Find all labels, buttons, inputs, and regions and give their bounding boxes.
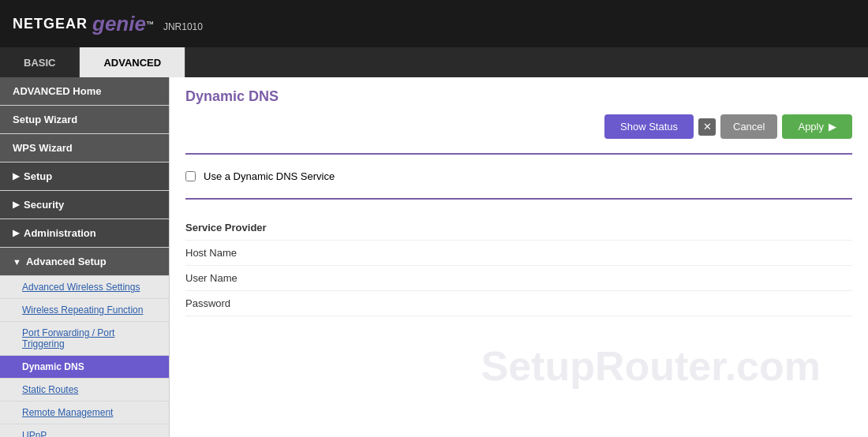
cancel-x-button[interactable]: ✕ xyxy=(698,118,716,136)
service-provider-label: Service Provider xyxy=(185,222,267,233)
use-dynamic-dns-label[interactable]: Use a Dynamic DNS Service xyxy=(204,170,335,182)
dns-service-checkbox-row: Use a Dynamic DNS Service xyxy=(185,162,852,190)
user-name-row: User Name xyxy=(185,266,852,291)
arrow-down-icon: ▼ xyxy=(13,257,21,267)
sidebar-item-setup[interactable]: ▶ Setup xyxy=(0,162,169,191)
tab-advanced[interactable]: ADVANCED xyxy=(80,47,185,77)
arrow-icon: ▶ xyxy=(13,228,19,238)
sidebar-item-setup-wizard[interactable]: Setup Wizard xyxy=(0,106,169,134)
password-label: Password xyxy=(185,297,304,309)
tab-basic[interactable]: BASIC xyxy=(0,47,80,77)
main-layout: ADVANCED Home Setup Wizard WPS Wizard ▶ … xyxy=(0,77,868,437)
form-section: Service Provider Host Name User Name Pas… xyxy=(185,207,852,324)
password-row: Password xyxy=(185,291,852,316)
main-content: Dynamic DNS Show Status ✕ Cancel Apply ▶… xyxy=(170,77,868,437)
page-title: Dynamic DNS xyxy=(185,88,852,105)
brand-tm: ™ xyxy=(146,20,154,28)
service-provider-row: Service Provider xyxy=(185,215,852,241)
sidebar-item-advanced-setup[interactable]: ▼ Advanced Setup xyxy=(0,248,169,276)
host-name-row: Host Name xyxy=(185,241,852,266)
sidebar-item-advanced-home[interactable]: ADVANCED Home xyxy=(0,77,169,106)
advanced-setup-sub: Advanced Wireless Settings Wireless Repe… xyxy=(0,276,169,437)
tab-bar: BASIC ADVANCED xyxy=(0,47,868,77)
sidebar-sub-advanced-wireless[interactable]: Advanced Wireless Settings xyxy=(0,276,169,299)
sidebar-sub-remote-management[interactable]: Remote Management xyxy=(0,402,169,424)
arrow-icon: ▶ xyxy=(13,200,19,210)
sidebar-item-wps-wizard[interactable]: WPS Wizard xyxy=(0,134,169,162)
cancel-button[interactable]: Cancel xyxy=(720,114,777,139)
toolbar: Show Status ✕ Cancel Apply ▶ xyxy=(185,114,852,139)
model-number: JNR1010 xyxy=(163,21,203,37)
sidebar-sub-upnp[interactable]: UPnP xyxy=(0,424,169,437)
brand-genie: genie xyxy=(92,12,146,36)
sidebar-sub-dynamic-dns[interactable]: Dynamic DNS xyxy=(0,356,169,379)
arrow-icon: ▶ xyxy=(13,171,19,181)
sidebar-item-security[interactable]: ▶ Security xyxy=(0,191,169,219)
sidebar-sub-static-routes[interactable]: Static Routes xyxy=(0,379,169,402)
sidebar-sub-wireless-repeating[interactable]: Wireless Repeating Function xyxy=(0,299,169,322)
user-name-label: User Name xyxy=(185,272,304,284)
divider-top xyxy=(185,153,852,155)
sidebar-sub-port-forwarding[interactable]: Port Forwarding / Port Triggering xyxy=(0,322,169,356)
watermark: SetupRouter.com xyxy=(481,342,821,390)
host-name-label: Host Name xyxy=(185,247,304,259)
show-status-button[interactable]: Show Status xyxy=(604,114,694,139)
divider-mid xyxy=(185,198,852,200)
sidebar-item-administration[interactable]: ▶ Administration xyxy=(0,219,169,248)
brand-netgear: NETGEAR xyxy=(13,16,88,32)
sidebar: ADVANCED Home Setup Wizard WPS Wizard ▶ … xyxy=(0,77,170,437)
use-dynamic-dns-checkbox[interactable] xyxy=(185,171,196,181)
apply-button[interactable]: Apply ▶ xyxy=(782,114,852,139)
header: NETGEAR genie ™ JNR1010 xyxy=(0,0,868,47)
